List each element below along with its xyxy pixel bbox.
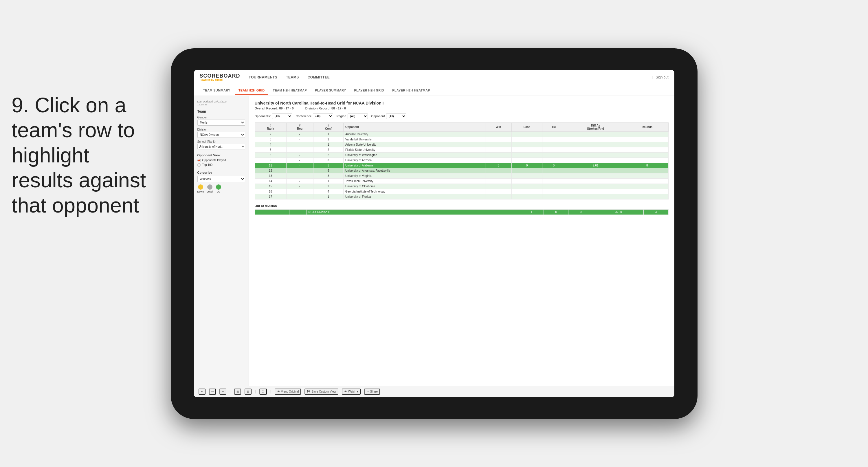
sidebar-division-label: Division (197, 128, 245, 131)
sidebar-radio-opponents-played[interactable]: Opponents Played (197, 159, 245, 162)
cell-opponent: Texas Tech University (343, 178, 485, 183)
cell-win (485, 137, 512, 142)
cell-tie (542, 178, 565, 183)
cell-diff (565, 178, 626, 183)
filter-conference-select[interactable]: (All) (313, 114, 333, 119)
cell-rounds (626, 189, 668, 194)
tab-player-summary[interactable]: PLAYER SUMMARY (311, 86, 349, 95)
table-row[interactable]: 17-1University of Florida (255, 194, 668, 199)
cell-win (485, 183, 512, 189)
cell-diff (565, 142, 626, 147)
ood-rounds: 3 (644, 209, 668, 214)
cell-reg: - (286, 132, 313, 137)
table-row[interactable]: 4-1Arizona State University (255, 142, 668, 147)
cell-diff (565, 137, 626, 142)
toolbar-save-custom[interactable]: 💾 Save Custom View (305, 388, 338, 395)
cell-loss (512, 194, 542, 199)
tab-player-h2h-heatmap[interactable]: PLAYER H2H HEATMAP (389, 86, 434, 95)
table-row[interactable]: 11-5University of Alabama3002.618 (255, 163, 668, 168)
tab-team-h2h-grid[interactable]: TEAM H2H GRID (235, 86, 268, 95)
cell-conf: 2 (313, 147, 343, 152)
ood-loss: 0 (544, 209, 568, 214)
cell-opponent: Florida State University (343, 147, 485, 152)
cell-rank: 12 (255, 168, 286, 173)
cell-conf: 2 (313, 183, 343, 189)
sidebar-school-value[interactable]: University of Nort... ▾ (197, 144, 245, 149)
table-row[interactable]: 8-2University of Washington (255, 152, 668, 157)
sidebar-colour-by-select[interactable]: Win/loss (197, 176, 245, 182)
ood-diff: 26.00 (593, 209, 644, 214)
cell-reg: - (286, 147, 313, 152)
col-opponent: Opponent (343, 122, 485, 132)
cell-conf: 2 (313, 137, 343, 142)
table-row[interactable]: 2-1Auburn University (255, 132, 668, 137)
filter-opponent: Opponent (All) (371, 114, 406, 119)
table-row[interactable]: 12-6University of Arkansas, Fayetteville (255, 168, 668, 173)
toolbar-redo[interactable]: ↪ (209, 388, 216, 395)
save-custom-label: Save Custom View (311, 390, 336, 393)
toolbar-watch[interactable]: 👁 Watch ▾ (342, 388, 361, 395)
cell-diff (565, 147, 626, 152)
filter-opponent-select[interactable]: (All) (386, 114, 406, 119)
toolbar-view-original[interactable]: 👁 View: Original (275, 388, 301, 395)
tab-team-summary[interactable]: TEAM SUMMARY (200, 86, 234, 95)
col-diff: Diff AvStrokes/Rnd (565, 122, 626, 132)
nav-teams[interactable]: TEAMS (286, 75, 299, 79)
table-row[interactable]: 3-2Vanderbilt University (255, 137, 668, 142)
annotation-number: 9. (11, 93, 29, 117)
grid-title: University of North Carolina Head-to-Hea… (255, 101, 669, 106)
cell-win (485, 132, 512, 137)
cell-reg: - (286, 178, 313, 183)
nav-divider: | (652, 75, 653, 79)
toolbar-undo[interactable]: ↩ (198, 388, 206, 395)
watch-icon: 👁 (344, 390, 347, 393)
sidebar-timestamp: Last Updated: 27/03/2024 16:55:38 (197, 100, 245, 106)
logo-powered: Powered by clippd (200, 79, 240, 81)
cell-conf: 1 (313, 178, 343, 183)
out-of-division-row[interactable]: NCAA Division II 1 0 0 26.00 3 (255, 209, 668, 214)
sign-out-button[interactable]: Sign out (656, 75, 668, 79)
cell-diff (565, 152, 626, 157)
legend-level-icon (207, 184, 212, 189)
table-row[interactable]: 9-3University of Arizona (255, 157, 668, 163)
toolbar-share[interactable]: ↗ Share (364, 388, 380, 395)
sidebar-radio-top100[interactable]: Top 100 (197, 163, 245, 167)
nav-tournaments[interactable]: TOURNAMENTS (249, 75, 278, 79)
col-rank: #Rank (255, 122, 286, 132)
cell-tie (542, 168, 565, 173)
cell-win: 3 (485, 163, 512, 168)
cell-loss (512, 132, 542, 137)
table-row[interactable]: 16-4Georgia Institute of Technology (255, 189, 668, 194)
cell-loss (512, 142, 542, 147)
bottom-toolbar: ↩ ↪ ↩ | ⊞ ⊟ | ⏱ | 👁 View: Original 💾 Sav… (194, 386, 674, 397)
cell-rank: 2 (255, 132, 286, 137)
cell-rank: 16 (255, 189, 286, 194)
cell-tie (542, 173, 565, 178)
cell-rounds (626, 132, 668, 137)
cell-rank: 11 (255, 163, 286, 168)
cell-tie (542, 183, 565, 189)
cell-reg: - (286, 183, 313, 189)
cell-win (485, 152, 512, 157)
filter-region-select[interactable]: (All) (348, 114, 368, 119)
toolbar-copy[interactable]: ⊞ (234, 388, 241, 395)
cell-reg: - (286, 163, 313, 168)
table-row[interactable]: 15-2University of Oklahoma (255, 183, 668, 189)
toolbar-clock[interactable]: ⏱ (259, 388, 267, 395)
tab-player-h2h-grid[interactable]: PLAYER H2H GRID (350, 86, 388, 95)
table-row[interactable]: 13-3University of Virginia (255, 173, 668, 178)
cell-rounds (626, 137, 668, 142)
tab-team-h2h-heatmap[interactable]: TEAM H2H HEATMAP (269, 86, 310, 95)
cell-win (485, 142, 512, 147)
toolbar-paste[interactable]: ⊟ (245, 388, 251, 395)
sidebar-division-select[interactable]: NCAA Division I (197, 132, 245, 138)
cell-rounds (626, 142, 668, 147)
table-row[interactable]: 14-1Texas Tech University (255, 178, 668, 183)
sidebar-gender-select[interactable]: Men's Women's (197, 120, 245, 126)
cell-reg: - (286, 142, 313, 147)
cell-diff: 2.61 (565, 163, 626, 168)
toolbar-undo2[interactable]: ↩ (219, 388, 226, 395)
nav-committee[interactable]: COMMITTEE (308, 75, 330, 79)
filter-opponents-select[interactable]: (All) (272, 114, 292, 119)
table-row[interactable]: 6-2Florida State University (255, 147, 668, 152)
